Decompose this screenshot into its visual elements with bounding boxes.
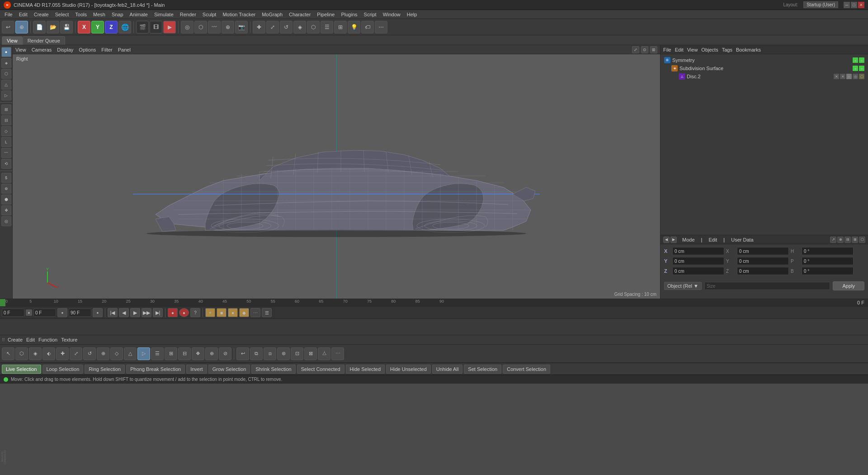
- end-frame-input[interactable]: [69, 309, 91, 317]
- sel-btn-set-selection[interactable]: Set Selection: [464, 365, 501, 374]
- om-menu-objects[interactable]: Objects: [701, 47, 718, 52]
- sel-btn-ring-selection[interactable]: Ring Selection: [85, 365, 125, 374]
- world-coord-button[interactable]: 🌐: [118, 21, 131, 33]
- sidebar-mode-4[interactable]: △: [1, 80, 11, 90]
- zaxis-button[interactable]: Z: [105, 21, 118, 33]
- sel-btn-hide-selected[interactable]: Hide Selected: [346, 365, 385, 374]
- sym-ctrl-2[interactable]: ●: [859, 57, 864, 63]
- menu-item-file[interactable]: File: [2, 11, 15, 18]
- edit-surface-button[interactable]: ◎: [181, 21, 193, 33]
- tool-more[interactable]: ⋯: [375, 21, 387, 33]
- bt-tool-merge[interactable]: ⧉: [250, 347, 263, 360]
- sidebar-tool-4[interactable]: L: [1, 137, 11, 147]
- x-pos-input[interactable]: [672, 247, 724, 255]
- vp-menu-panel[interactable]: Panel: [118, 47, 131, 52]
- menu-item-select[interactable]: Select: [52, 11, 72, 18]
- tool-scale[interactable]: ⤢: [266, 21, 279, 33]
- vp-menu-options[interactable]: Options: [79, 47, 96, 52]
- object-item-symmetry[interactable]: ⊞ Symmetry ● ●: [662, 56, 866, 64]
- new-scene-button[interactable]: 📄: [33, 21, 46, 33]
- mode-button[interactable]: ⊕: [15, 21, 28, 33]
- mt-menu-create[interactable]: Create: [8, 337, 23, 342]
- menu-item-snap[interactable]: Snap: [109, 11, 126, 18]
- tool-tag[interactable]: 🏷: [361, 21, 374, 33]
- tool-sculpt[interactable]: ☰: [321, 21, 333, 33]
- vp-menu-cameras[interactable]: Cameras: [32, 47, 52, 52]
- sub-ctrl-1[interactable]: ●: [853, 66, 858, 71]
- tool-light[interactable]: 💡: [348, 21, 360, 33]
- sidebar-brush-1[interactable]: $: [1, 173, 11, 183]
- bt-tool-clone[interactable]: ⊛: [277, 347, 290, 360]
- edit-camera-button[interactable]: 📷: [235, 21, 248, 33]
- sel-btn-loop-selection[interactable]: Loop Selection: [42, 365, 84, 374]
- vp-zoom-fit[interactable]: ⊙: [641, 46, 648, 53]
- attr-menu-mode[interactable]: Mode: [682, 237, 695, 242]
- menu-item-script[interactable]: Script: [361, 11, 379, 18]
- attr-menu-edit[interactable]: Edit: [708, 237, 717, 242]
- sidebar-mode-3[interactable]: ⬡: [1, 69, 11, 79]
- om-menu-tags[interactable]: Tags: [722, 47, 732, 52]
- bt-tool-smooth[interactable]: ⊘: [219, 347, 231, 360]
- render-active-button[interactable]: 🎞: [150, 21, 162, 33]
- sub-ctrl-2[interactable]: ●: [859, 66, 864, 71]
- tool-uvw[interactable]: ⬡: [307, 21, 320, 33]
- tl-next-frame[interactable]: ▶▶: [142, 308, 151, 317]
- tl-key-auto[interactable]: ●: [179, 308, 189, 317]
- attr-menu-userdata[interactable]: User Data: [731, 237, 754, 242]
- minimize-button[interactable]: ─: [844, 2, 850, 8]
- edit-joint-button[interactable]: ⊕: [222, 21, 234, 33]
- sidebar-brush-4[interactable]: ❖: [1, 205, 11, 215]
- disc-ctrl-5[interactable]: ⬡: [859, 74, 864, 79]
- vp-maximize[interactable]: ⤢: [632, 46, 639, 53]
- menu-item-tools[interactable]: Tools: [72, 11, 90, 18]
- tab-view[interactable]: View: [2, 36, 23, 45]
- tl-key-help[interactable]: ?: [190, 308, 200, 317]
- bt-tool-arrow[interactable]: ↖: [2, 347, 14, 360]
- bt-tool-scale[interactable]: ⤢: [70, 347, 82, 360]
- bt-tool-rotate[interactable]: ↺: [83, 347, 96, 360]
- xaxis-button[interactable]: X: [78, 21, 90, 33]
- bt-tool-lasso[interactable]: ◈: [29, 347, 42, 360]
- sym-ctrl-1[interactable]: ●: [853, 57, 858, 63]
- tl-play[interactable]: ▶: [130, 308, 140, 317]
- x-rot-input[interactable]: [737, 247, 789, 255]
- sel-btn-phong-break-selection[interactable]: Phong Break Selection: [126, 365, 185, 374]
- attr-ctrl-5[interactable]: ⬡: [859, 237, 865, 243]
- vp-split[interactable]: ⊞: [650, 46, 657, 53]
- vp-menu-filter[interactable]: Filter: [101, 47, 112, 52]
- tl-key-square[interactable]: ■: [217, 308, 226, 317]
- close-button[interactable]: ✕: [858, 2, 864, 8]
- b-input[interactable]: [802, 267, 854, 275]
- tl-key-circle[interactable]: ●: [228, 308, 238, 317]
- menu-item-character[interactable]: Character: [286, 11, 313, 18]
- attr-ctrl-2[interactable]: ⊕: [837, 237, 844, 243]
- bt-tool-weld[interactable]: ◇: [110, 347, 123, 360]
- menu-item-simulate[interactable]: Simulate: [151, 11, 176, 18]
- sidebar-mode-object[interactable]: ●: [1, 47, 11, 57]
- bt-tool-poly[interactable]: ⬖: [42, 347, 55, 360]
- sidebar-mode-2[interactable]: ◈: [1, 58, 11, 68]
- om-menu-view[interactable]: View: [687, 47, 698, 52]
- z-rot-input[interactable]: [737, 267, 789, 275]
- render-button[interactable]: ▶: [163, 21, 176, 33]
- bt-tool-bevel[interactable]: ☰: [151, 347, 164, 360]
- yaxis-button[interactable]: Y: [91, 21, 104, 33]
- bt-tool-bridge[interactable]: ⊞: [165, 347, 177, 360]
- bt-tool-knife[interactable]: ⊟: [178, 347, 191, 360]
- object-item-subdivision[interactable]: ◈ Subdivision Surface ● ●: [670, 64, 866, 72]
- bt-tool-transform[interactable]: ⊕: [97, 347, 109, 360]
- tl-go-start[interactable]: |◀: [108, 308, 118, 317]
- sel-btn-unhide-all[interactable]: Unhide All: [432, 365, 463, 374]
- size-field[interactable]: Size: [704, 282, 830, 290]
- attr-ctrl-1[interactable]: ↗: [830, 237, 836, 243]
- bt-tool-matrix[interactable]: ⊡: [291, 347, 303, 360]
- bt-tool-sym[interactable]: ⧊: [318, 347, 330, 360]
- sel-btn-select-connected[interactable]: Select Connected: [297, 365, 344, 374]
- tl-key-dots[interactable]: ⋯: [250, 308, 260, 317]
- object-item-disc[interactable]: △ Disc.2 ✕ ✕ ○ ◎ ⬡: [677, 72, 866, 81]
- sidebar-brush-5[interactable]: ◎: [1, 216, 11, 226]
- tl-ctrl-dot1[interactable]: ●: [26, 309, 32, 316]
- mt-menu-function[interactable]: Function: [38, 337, 57, 342]
- sidebar-brush-3[interactable]: ⬢: [1, 195, 11, 204]
- tl-key-list[interactable]: ☰: [262, 308, 272, 317]
